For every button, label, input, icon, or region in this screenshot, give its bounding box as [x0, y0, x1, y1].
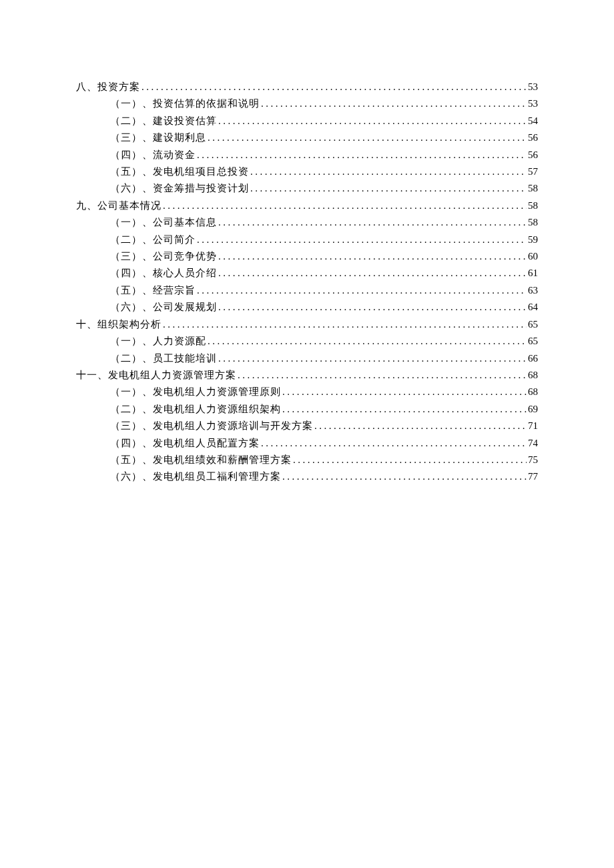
toc-entry: （四）、流动资金56	[76, 147, 538, 163]
toc-entry: 八、投资方案53	[76, 79, 538, 95]
toc-dot-leader	[197, 282, 527, 299]
toc-entry-label: （四）、发电机组人员配置方案	[110, 435, 260, 452]
toc-entry: 十一、发电机组人力资源管理方案68	[76, 367, 538, 384]
toc-dot-leader	[218, 299, 527, 316]
toc-dot-leader	[218, 265, 527, 282]
toc-entry-label: （二）、建设投资估算	[110, 113, 217, 129]
toc-entry-page: 69	[528, 401, 538, 418]
toc-dot-leader	[282, 401, 527, 418]
toc-entry-label: 十一、发电机组人力资源管理方案	[76, 367, 236, 384]
toc-dot-leader	[282, 384, 527, 400]
toc-dot-leader	[261, 435, 527, 452]
toc-entry-page: 56	[528, 129, 538, 146]
toc-dot-leader	[163, 197, 527, 214]
toc-entry-page: 64	[528, 299, 538, 316]
toc-entry-page: 74	[528, 435, 538, 452]
toc-entry-page: 54	[528, 113, 538, 129]
toc-entry-page: 53	[528, 79, 538, 95]
toc-dot-leader	[218, 350, 527, 367]
toc-entry-label: （三）、公司竞争优势	[110, 248, 217, 265]
toc-dot-leader	[218, 248, 527, 265]
toc-entry-label: （五）、发电机组绩效和薪酬管理方案	[110, 452, 292, 468]
toc-entry: （六）、发电机组员工福利管理方案77	[76, 468, 538, 485]
toc-entry-label: （一）、公司基本信息	[110, 214, 217, 231]
toc-entry-page: 58	[528, 214, 538, 231]
toc-entry-label: （一）、发电机组人力资源管理原则	[110, 384, 281, 400]
toc-entry-label: （五）、发电机组项目总投资	[110, 163, 249, 180]
toc-entry: （六）、资金筹措与投资计划58	[76, 180, 538, 197]
toc-entry-label: （五）、经营宗旨	[110, 282, 196, 299]
toc-entry-page: 66	[528, 350, 538, 367]
toc-entry-label: （六）、资金筹措与投资计划	[110, 180, 249, 197]
toc-entry-page: 61	[528, 265, 538, 282]
toc-entry-page: 68	[528, 384, 538, 400]
toc-entry: （四）、发电机组人员配置方案74	[76, 435, 538, 452]
toc-dot-leader	[293, 452, 527, 468]
toc-entry-page: 65	[528, 316, 538, 333]
toc-entry: （三）、发电机组人力资源培训与开发方案71	[76, 418, 538, 434]
toc-entry: （五）、经营宗旨63	[76, 282, 538, 299]
toc-dot-leader	[208, 333, 527, 350]
toc-entry: （三）、建设期利息56	[76, 129, 538, 146]
toc-entry-page: 59	[528, 232, 538, 248]
toc-entry-page: 65	[528, 333, 538, 350]
toc-entry-page: 58	[528, 180, 538, 197]
toc-entry-page: 68	[528, 367, 538, 384]
toc-entry-label: （六）、发电机组员工福利管理方案	[110, 468, 281, 485]
toc-entry-label: 八、投资方案	[76, 79, 140, 95]
toc-entry-page: 63	[528, 282, 538, 299]
toc-entry-label: （六）、公司发展规划	[110, 299, 217, 316]
toc-entry: （六）、公司发展规划64	[76, 299, 538, 316]
toc-entry: （四）、核心人员介绍61	[76, 265, 538, 282]
toc-entry-label: （三）、建设期利息	[110, 129, 206, 146]
toc-entry: （一）、人力资源配65	[76, 333, 538, 350]
toc-entry-page: 56	[528, 147, 538, 163]
toc-entry-label: （四）、核心人员介绍	[110, 265, 217, 282]
toc-entry-label: （四）、流动资金	[110, 147, 196, 163]
toc-dot-leader	[238, 367, 527, 384]
toc-dot-leader	[141, 79, 527, 95]
toc-entry-page: 60	[528, 248, 538, 265]
toc-entry: 九、公司基本情况58	[76, 197, 538, 214]
toc-entry: （二）、公司简介59	[76, 232, 538, 248]
toc-entry-page: 58	[528, 197, 538, 214]
toc-dot-leader	[163, 316, 527, 333]
toc-entry: （二）、建设投资估算54	[76, 113, 538, 129]
toc-entry-label: 九、公司基本情况	[76, 197, 162, 214]
toc-entry: （一）、发电机组人力资源管理原则68	[76, 384, 538, 400]
toc-entry-label: （一）、投资估算的依据和说明	[110, 95, 260, 112]
toc-entry-label: （二）、员工技能培训	[110, 350, 217, 367]
toc-entry-page: 71	[528, 418, 538, 434]
table-of-contents: 八、投资方案53（一）、投资估算的依据和说明53（二）、建设投资估算54（三）、…	[76, 79, 538, 486]
toc-dot-leader	[282, 468, 527, 485]
toc-entry-label: （三）、发电机组人力资源培训与开发方案	[110, 418, 313, 434]
toc-dot-leader	[208, 129, 527, 146]
toc-entry: （二）、发电机组人力资源组织架构69	[76, 401, 538, 418]
toc-entry: （二）、员工技能培训66	[76, 350, 538, 367]
toc-entry: （三）、公司竞争优势60	[76, 248, 538, 265]
toc-entry-label: （二）、公司简介	[110, 232, 196, 248]
toc-entry-page: 77	[528, 468, 538, 485]
toc-entry: 十、组织架构分析65	[76, 316, 538, 333]
toc-dot-leader	[250, 163, 527, 180]
toc-dot-leader	[218, 214, 527, 231]
toc-entry-label: （一）、人力资源配	[110, 333, 206, 350]
toc-dot-leader	[250, 180, 527, 197]
toc-entry-label: 十、组织架构分析	[76, 316, 162, 333]
toc-entry: （一）、投资估算的依据和说明53	[76, 95, 538, 112]
toc-entry-label: （二）、发电机组人力资源组织架构	[110, 401, 281, 418]
toc-entry: （五）、发电机组绩效和薪酬管理方案75	[76, 452, 538, 468]
toc-dot-leader	[197, 232, 527, 248]
toc-entry: （五）、发电机组项目总投资57	[76, 163, 538, 180]
toc-entry-page: 75	[528, 452, 538, 468]
toc-dot-leader	[218, 113, 527, 129]
toc-dot-leader	[197, 147, 527, 163]
toc-entry-page: 53	[528, 95, 538, 112]
toc-dot-leader	[314, 418, 527, 434]
toc-dot-leader	[261, 95, 527, 112]
toc-entry: （一）、公司基本信息58	[76, 214, 538, 231]
toc-entry-page: 57	[528, 163, 538, 180]
